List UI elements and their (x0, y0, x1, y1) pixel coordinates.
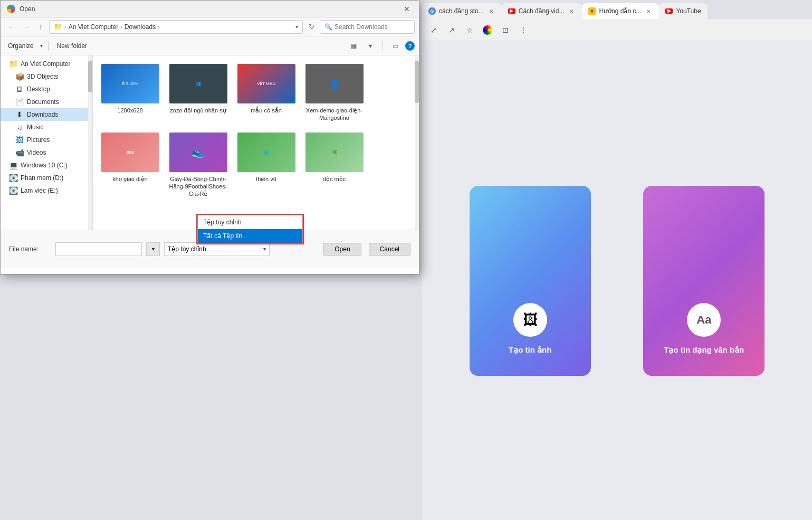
dropdown-item-tat-ca-tep-tin[interactable]: Tất cả Tệp tin (198, 229, 302, 243)
sidebar-label: Videos (27, 149, 46, 156)
sidebar-item-an-viet[interactable]: 📁 An Viet Computer (1, 58, 92, 70)
sidebar-item-downloads[interactable]: ⬇ Downloads (1, 108, 92, 121)
file-area-scrollbar-thumb[interactable] (415, 61, 419, 103)
expand-icon[interactable]: ⤢ (426, 23, 441, 37)
search-icon: 🔍 (324, 23, 332, 31)
sidebar-label: Phan mem (D:) (21, 174, 63, 182)
back-button[interactable]: ← (5, 21, 17, 33)
address-chevron-icon[interactable]: ▾ (295, 24, 298, 30)
filename-input[interactable] (55, 242, 142, 256)
tab-close-btn[interactable]: ✕ (567, 7, 576, 15)
address-bar[interactable]: 📁 › An Viet Computer › Downloads › ▾ (49, 20, 303, 34)
search-input[interactable] (335, 23, 414, 31)
thumb-text: 👥 (194, 79, 203, 88)
tab-close-btn[interactable]: ✕ (487, 7, 495, 15)
sidebar-item-videos[interactable]: 📹 Videos (1, 146, 92, 159)
windows-drive-icon: 💻 (9, 161, 17, 169)
address-folder-icon: 📁 (54, 23, 62, 31)
view-icon[interactable]: ▦ (347, 39, 360, 53)
share-icon[interactable]: ↗ (444, 23, 459, 37)
music-icon: ♫ (15, 123, 24, 131)
sidebar-item-3d-objects[interactable]: 📦 3D Objects (1, 70, 92, 83)
text-card-label: Tạo tin dạng văn bản (664, 345, 744, 355)
extension-icon[interactable]: ⊡ (498, 23, 513, 37)
file-item-1200x628[interactable]: Ê 5-45% 1200x628 (97, 60, 163, 126)
tab-huong-dan[interactable]: ★ Hướng dẫn c... ✕ (582, 3, 659, 19)
sidebar-item-desktop[interactable]: 🖥 Desktop (1, 83, 92, 96)
address-an-viet[interactable]: An Viet Computer (69, 23, 119, 31)
organize-button[interactable]: Organize (5, 41, 37, 51)
colorpicker-icon[interactable] (480, 23, 495, 37)
sidebar-label: An Viet Computer (21, 60, 71, 68)
google-favicon: G (428, 7, 436, 15)
new-folder-button[interactable]: New folder (54, 41, 90, 51)
file-name: Xem-demo-giao-diện-Mangostino (303, 107, 365, 122)
file-grid: Ê 5-45% 1200x628 👥 zozo đội ngũ nhân sự … (97, 60, 415, 202)
create-text-card[interactable]: Aa Tạo tin dạng văn bản (643, 186, 765, 376)
create-image-card[interactable]: 🖼 Tạo tin ảnh (470, 186, 591, 376)
dialog-close-button[interactable]: ✕ (401, 3, 413, 15)
file-name: 1200x628 (117, 107, 142, 114)
sidebar-item-music[interactable]: ♫ Music (1, 121, 92, 134)
file-thumbnail: 👟 (169, 133, 227, 172)
filetype-select[interactable]: Tệp tùy chỉnh ▾ (164, 242, 270, 256)
file-thumbnail: Ê 5-45% (101, 64, 159, 103)
hdd-icon: 💽 (9, 174, 17, 182)
sidebar-item-windows-c[interactable]: 💻 Windows 10 (C:) (1, 159, 92, 172)
thumb-text: 🌐 (262, 148, 271, 157)
file-item-mau-co-san[interactable]: VỆT MÀU mẫu có sẵn (233, 60, 299, 126)
sidebar-scrollbar-thumb[interactable] (88, 61, 92, 92)
file-name: độc mộc (323, 175, 346, 183)
dialog-title: Open (20, 5, 397, 13)
tab-cach-dang-sto[interactable]: G cách đăng sto... ✕ (422, 3, 502, 19)
file-item-giay[interactable]: 👟 Giày-Đá-Bóng-Chính-Hãng-9FootballShoes… (165, 128, 231, 202)
address-downloads[interactable]: Downloads (125, 23, 156, 31)
sidebar-item-pictures[interactable]: 🖼 Pictures (1, 134, 92, 146)
up-button[interactable]: ↑ (34, 21, 47, 33)
image-card-icon: 🖼 (513, 303, 547, 337)
sidebar-label: Windows 10 (C:) (21, 162, 68, 169)
address-sep-2: › (120, 24, 122, 30)
3d-icon: 📦 (15, 72, 24, 81)
refresh-button[interactable]: ↻ (305, 21, 318, 33)
sidebar-scrollbar[interactable] (88, 55, 92, 230)
dialog-app-icon (7, 5, 15, 13)
sidebar-item-documents[interactable]: 📄 Documents (1, 96, 92, 108)
documents-icon: 📄 (15, 98, 24, 106)
file-thumbnail: 🌿 (305, 133, 364, 172)
tab-cach-dang-vid[interactable]: Cách đăng vid... ✕ (502, 3, 582, 19)
open-button[interactable]: Open (323, 243, 361, 256)
address-sep-3: › (158, 24, 160, 30)
file-item-xem-demo[interactable]: 👤 Xem-demo-giao-diện-Mangostino (301, 60, 367, 126)
file-thumbnail: 👤 (305, 64, 364, 103)
cancel-button[interactable]: Cancel (369, 243, 410, 256)
file-item-thien-vu[interactable]: 🌐 thiên vũ (233, 128, 299, 202)
preview-pane-icon[interactable]: ▭ (388, 39, 402, 53)
help-icon[interactable]: ? (405, 41, 415, 51)
filetype-label: Tệp tùy chỉnh (168, 245, 206, 253)
sidebar-label: Lam viec (E:) (21, 187, 58, 194)
more-icon[interactable]: ⋮ (516, 23, 531, 37)
dropdown-item-tep-tuy-chinh[interactable]: Tệp tùy chỉnh (198, 215, 302, 229)
dialog-nav-toolbar: ← → ↑ 📁 › An Viet Computer › Downloads ›… (1, 17, 419, 36)
filename-chevron-icon[interactable]: ▾ (146, 242, 160, 256)
tab-youtube[interactable]: YouTube (659, 3, 707, 19)
file-item-doc-moc[interactable]: 🌿 độc mộc (301, 128, 367, 202)
sidebar-item-phan-mem-d[interactable]: 💽 Phan mem (D:) (1, 172, 92, 184)
sidebar-label: Desktop (27, 86, 50, 93)
file-item-kho-giao-dien[interactable]: ⊞⊞ kho giao diện (97, 128, 163, 202)
file-name: thiên vũ (256, 175, 276, 183)
file-name: zozo đội ngũ nhân sự (170, 107, 226, 114)
thumb-text: 🌿 (330, 148, 339, 157)
file-item-zozo[interactable]: 👥 zozo đội ngũ nhân sự (165, 60, 231, 126)
sidebar-item-lam-viec-e[interactable]: 💽 Lam viec (E:) (1, 184, 92, 197)
forward-button[interactable]: → (20, 21, 32, 33)
search-box[interactable]: 🔍 (320, 20, 415, 34)
tab-label: Cách đăng vid... (519, 7, 565, 15)
sidebar-label: Documents (27, 98, 59, 106)
file-name: kho giao diện (112, 175, 147, 183)
tab-close-btn[interactable]: ✕ (644, 7, 653, 15)
star-icon[interactable]: ☆ (462, 23, 477, 37)
view-chevron-icon[interactable]: ▾ (364, 39, 377, 53)
file-area-scrollbar[interactable] (415, 55, 419, 230)
